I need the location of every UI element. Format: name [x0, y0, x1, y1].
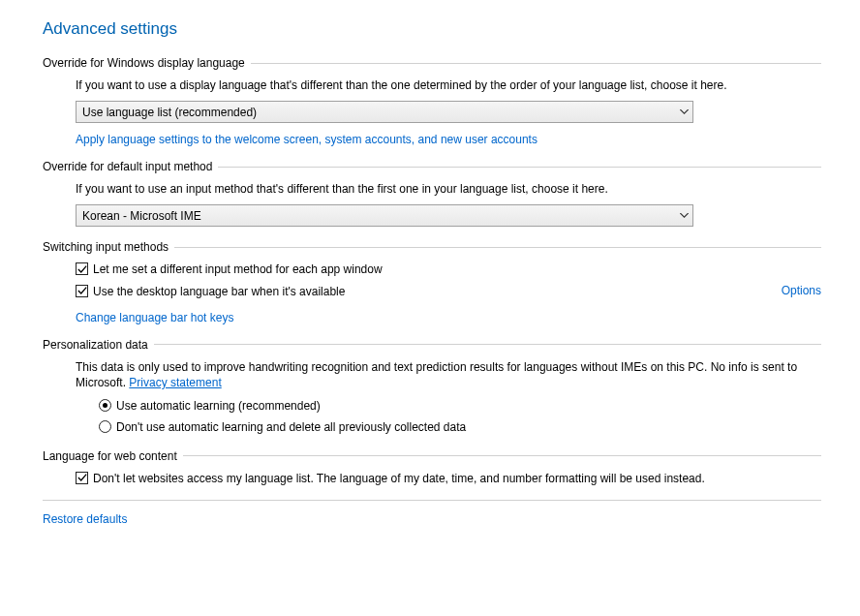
- group-heading-switching: Switching input methods: [43, 240, 174, 254]
- personalization-description: This data is only used to improve handwr…: [76, 359, 821, 390]
- group-heading-display-language: Override for Windows display language: [43, 56, 251, 70]
- divider-icon: [251, 63, 821, 64]
- group-override-input-method: Override for default input method If you…: [43, 160, 821, 227]
- block-website-language-checkbox[interactable]: [76, 472, 88, 484]
- input-method-dropdown[interactable]: Korean - Microsoft IME: [76, 204, 693, 227]
- divider-icon: [154, 344, 821, 345]
- restore-defaults-link[interactable]: Restore defaults: [43, 512, 127, 526]
- privacy-statement-link[interactable]: Privacy statement: [129, 376, 221, 389]
- chevron-down-icon: [675, 102, 692, 122]
- radio-dot-icon: [103, 403, 108, 408]
- automatic-learning-label: Use automatic learning (recommended): [116, 398, 821, 414]
- no-automatic-learning-label: Don't use automatic learning and delete …: [116, 419, 821, 435]
- group-heading-web-content: Language for web content: [43, 449, 183, 463]
- display-language-description: If you want to use a display language th…: [76, 77, 821, 93]
- automatic-learning-radio[interactable]: [99, 399, 111, 412]
- language-bar-options-link[interactable]: Options: [782, 284, 821, 297]
- group-web-content: Language for web content Don't let websi…: [43, 449, 821, 486]
- chevron-down-icon: [675, 205, 692, 226]
- display-language-dropdown[interactable]: Use language list (recommended): [76, 101, 693, 123]
- divider-icon: [174, 247, 821, 248]
- separator-icon: [43, 500, 821, 501]
- apply-language-settings-link[interactable]: Apply language settings to the welcome s…: [76, 133, 538, 146]
- desktop-language-bar-checkbox[interactable]: [76, 285, 88, 297]
- change-hotkeys-link[interactable]: Change language bar hot keys: [76, 311, 233, 324]
- input-method-selected: Korean - Microsoft IME: [77, 209, 675, 223]
- page-title: Advanced settings: [43, 19, 821, 39]
- group-override-display-language: Override for Windows display language If…: [43, 56, 821, 146]
- no-automatic-learning-radio[interactable]: [99, 420, 111, 433]
- divider-icon: [183, 455, 821, 456]
- display-language-selected: Use language list (recommended): [77, 106, 675, 119]
- group-heading-personalization: Personalization data: [43, 338, 154, 352]
- block-website-language-label: Don't let websites access my language li…: [93, 471, 821, 486]
- check-icon: [77, 286, 87, 295]
- input-method-description: If you want to use an input method that'…: [76, 181, 821, 197]
- check-icon: [77, 264, 87, 274]
- desktop-language-bar-label: Use the desktop language bar when it's a…: [93, 284, 762, 299]
- group-heading-input-method: Override for default input method: [43, 160, 218, 173]
- per-app-input-label: Let me set a different input method for …: [93, 262, 821, 277]
- per-app-input-checkbox[interactable]: [76, 262, 88, 275]
- group-personalization-data: Personalization data This data is only u…: [43, 338, 821, 436]
- divider-icon: [218, 167, 821, 168]
- group-switching-input-methods: Switching input methods Let me set a dif…: [43, 240, 821, 323]
- check-icon: [77, 473, 87, 482]
